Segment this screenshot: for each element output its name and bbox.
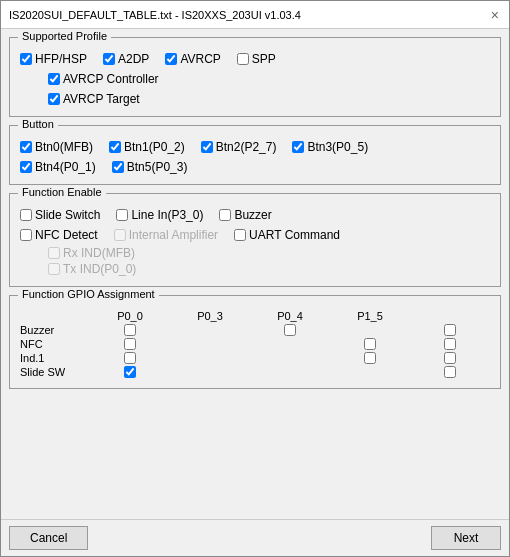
hfp-hsp-checkbox[interactable]: [20, 53, 32, 65]
hfp-hsp-item[interactable]: HFP/HSP: [20, 52, 87, 66]
gpio-ind1-p00[interactable]: [90, 352, 170, 364]
button-group: Button Btn0(MFB) Btn1(P0_2) Btn2(P2_7) B…: [9, 125, 501, 185]
a2dp-label: A2DP: [118, 52, 149, 66]
btn0-item[interactable]: Btn0(MFB): [20, 140, 93, 154]
main-window: IS2020SUI_DEFAULT_TABLE.txt - IS20XXS_20…: [0, 0, 510, 557]
spp-label: SPP: [252, 52, 276, 66]
ind1-p00-checkbox[interactable]: [124, 352, 136, 364]
cancel-button[interactable]: Cancel: [9, 526, 88, 550]
gpio-table: P0_0 P0_3 P0_4 P1_5 Buzzer NFC: [20, 310, 490, 378]
profile-row-1: HFP/HSP A2DP AVRCP SPP: [20, 52, 490, 66]
gpio-col-p00: P0_0: [90, 310, 170, 322]
avrcp-target-checkbox[interactable]: [48, 93, 60, 105]
avrcp-target-label: AVRCP Target: [63, 92, 140, 106]
ind1-p04-checkbox[interactable]: [364, 352, 376, 364]
slide-switch-label: Slide Switch: [35, 208, 100, 222]
gpio-col-p04: P0_4: [250, 310, 330, 322]
slidesw-p00-checkbox[interactable]: [124, 366, 136, 378]
avrcp-label: AVRCP: [180, 52, 220, 66]
line-in-checkbox[interactable]: [116, 209, 128, 221]
gpio-header-row: P0_0 P0_3 P0_4 P1_5: [20, 310, 490, 322]
btn5-label: Btn5(P0_3): [127, 160, 188, 174]
avrcp-controller-item[interactable]: AVRCP Controller: [48, 72, 159, 86]
nfc-detect-label: NFC Detect: [35, 228, 98, 242]
gpio-nfc-p15[interactable]: [410, 338, 490, 350]
function-enable-group: Function Enable Slide Switch Line In(P3_…: [9, 193, 501, 287]
buzzer-fn-item[interactable]: Buzzer: [219, 208, 271, 222]
next-button[interactable]: Next: [431, 526, 501, 550]
gpio-nfc-p04b[interactable]: [330, 338, 410, 350]
nfc-detect-checkbox[interactable]: [20, 229, 32, 241]
btn3-label: Btn3(P0_5): [307, 140, 368, 154]
btn1-item[interactable]: Btn1(P0_2): [109, 140, 185, 154]
gpio-slidesw-label: Slide SW: [20, 366, 90, 378]
slide-switch-item[interactable]: Slide Switch: [20, 208, 100, 222]
uart-cmd-checkbox[interactable]: [234, 229, 246, 241]
gpio-buzzer-p15b[interactable]: [410, 324, 490, 336]
btn0-checkbox[interactable]: [20, 141, 32, 153]
rx-ind-checkbox: [48, 247, 60, 259]
btn1-label: Btn1(P0_2): [124, 140, 185, 154]
btn4-checkbox[interactable]: [20, 161, 32, 173]
a2dp-checkbox[interactable]: [103, 53, 115, 65]
btn5-item[interactable]: Btn5(P0_3): [112, 160, 188, 174]
hfp-hsp-label: HFP/HSP: [35, 52, 87, 66]
btn1-checkbox[interactable]: [109, 141, 121, 153]
btn5-checkbox[interactable]: [112, 161, 124, 173]
btn2-checkbox[interactable]: [201, 141, 213, 153]
gpio-buzzer-label: Buzzer: [20, 324, 90, 336]
tx-ind-label: Tx IND(P0_0): [63, 262, 136, 276]
uart-cmd-item[interactable]: UART Command: [234, 228, 340, 242]
gpio-nfc-p00[interactable]: [90, 338, 170, 350]
line-in-label: Line In(P3_0): [131, 208, 203, 222]
buzzer-fn-checkbox[interactable]: [219, 209, 231, 221]
line-in-item[interactable]: Line In(P3_0): [116, 208, 203, 222]
footer: Cancel Next: [1, 519, 509, 556]
avrcp-controller-checkbox[interactable]: [48, 73, 60, 85]
btn3-checkbox[interactable]: [292, 141, 304, 153]
gpio-col-p15: P1_5: [330, 310, 410, 322]
avrcp-target-item[interactable]: AVRCP Target: [48, 92, 140, 106]
avrcp-item[interactable]: AVRCP: [165, 52, 220, 66]
gpio-slidesw-p00[interactable]: [90, 366, 170, 378]
gpio-ind1-p04b[interactable]: [330, 352, 410, 364]
avrcp-checkbox[interactable]: [165, 53, 177, 65]
profile-row-2: AVRCP Controller: [20, 72, 490, 86]
btn2-item[interactable]: Btn2(P2_7): [201, 140, 277, 154]
buzzer-p15-checkbox[interactable]: [444, 324, 456, 336]
button-row-2: Btn4(P0_1) Btn5(P0_3): [20, 160, 490, 174]
nfc-p00-checkbox[interactable]: [124, 338, 136, 350]
tx-ind-checkbox: [48, 263, 60, 275]
button-group-label: Button: [18, 118, 58, 130]
gpio-slidesw-row: Slide SW: [20, 366, 490, 378]
buzzer-p00-checkbox[interactable]: [124, 324, 136, 336]
gpio-buzzer-p00[interactable]: [90, 324, 170, 336]
btn2-label: Btn2(P2_7): [216, 140, 277, 154]
btn4-label: Btn4(P0_1): [35, 160, 96, 174]
buzzer-p04-checkbox[interactable]: [284, 324, 296, 336]
internal-amp-item: Internal Amplifier: [114, 228, 218, 242]
ind1-p15-checkbox[interactable]: [444, 352, 456, 364]
fn-row-1: Slide Switch Line In(P3_0) Buzzer: [20, 208, 490, 222]
nfc-detect-item[interactable]: NFC Detect: [20, 228, 98, 242]
nfc-p04-checkbox[interactable]: [364, 338, 376, 350]
internal-amp-label: Internal Amplifier: [129, 228, 218, 242]
internal-amp-checkbox: [114, 229, 126, 241]
gpio-ind1-p15[interactable]: [410, 352, 490, 364]
gpio-slidesw-p15[interactable]: [410, 366, 490, 378]
gpio-buzzer-p04[interactable]: [250, 324, 330, 336]
function-gpio-group: Function GPIO Assignment P0_0 P0_3 P0_4 …: [9, 295, 501, 389]
spp-checkbox[interactable]: [237, 53, 249, 65]
nfc-p15-checkbox[interactable]: [444, 338, 456, 350]
slidesw-p15-checkbox[interactable]: [444, 366, 456, 378]
gpio-nfc-label: NFC: [20, 338, 90, 350]
rx-ind-label: Rx IND(MFB): [63, 246, 135, 260]
fn-row-2: NFC Detect Internal Amplifier UART Comma…: [20, 228, 490, 242]
close-button[interactable]: ×: [489, 8, 501, 22]
a2dp-item[interactable]: A2DP: [103, 52, 149, 66]
spp-item[interactable]: SPP: [237, 52, 276, 66]
slide-switch-checkbox[interactable]: [20, 209, 32, 221]
function-gpio-label: Function GPIO Assignment: [18, 288, 159, 300]
btn3-item[interactable]: Btn3(P0_5): [292, 140, 368, 154]
btn4-item[interactable]: Btn4(P0_1): [20, 160, 96, 174]
